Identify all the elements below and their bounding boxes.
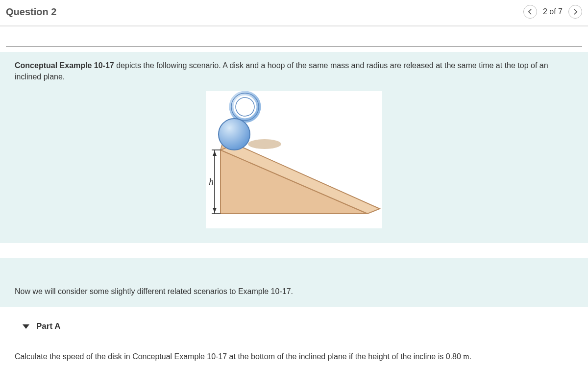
question-title: Question 2 [6, 6, 56, 18]
svg-marker-12 [213, 208, 217, 213]
svg-point-7 [219, 119, 250, 150]
position-indicator: 2 of 7 [541, 7, 564, 16]
svg-point-6 [236, 98, 254, 116]
transition-text: Now we will consider some slightly diffe… [0, 258, 588, 307]
prev-button[interactable] [523, 5, 537, 19]
problem-figure: h [15, 82, 573, 228]
part-label: Part A [36, 321, 60, 331]
next-button[interactable] [568, 5, 582, 19]
part-a-toggle[interactable]: Part A [15, 317, 573, 341]
part-prompt: Calculate the speed of the disk in Conce… [15, 351, 573, 363]
example-link[interactable]: Conceptual Example 10-17 [15, 61, 114, 70]
svg-marker-11 [213, 151, 217, 156]
question-nav: 2 of 7 [523, 5, 582, 19]
problem-statement: Conceptual Example 10-17 depicts the fol… [0, 52, 588, 243]
svg-point-3 [248, 139, 281, 149]
height-label: h [209, 176, 214, 187]
caret-down-icon [23, 324, 29, 329]
